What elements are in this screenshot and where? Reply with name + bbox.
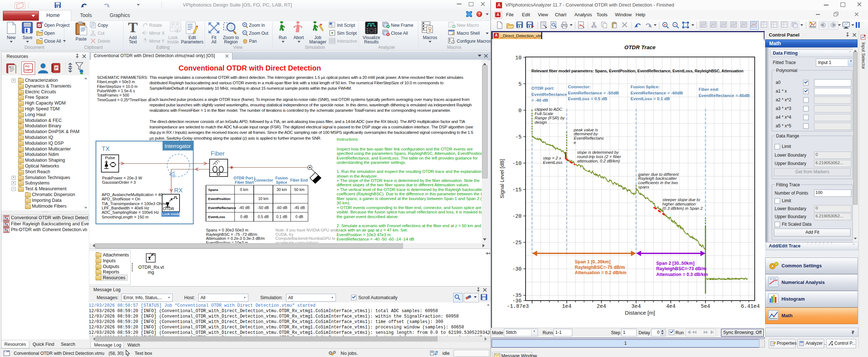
svg-text:EvenReflectance = -50dB: EvenReflectance = -50dB <box>568 90 619 95</box>
svg-text:Range (FSR) by: Range (FSR) by <box>535 116 565 120</box>
svg-text:P: P <box>38 24 41 27</box>
svg-text:-40 dB: -40 dB <box>239 205 250 210</box>
svg-text:GaussianOrder = 3: GaussianOrder = 3 <box>102 180 136 184</box>
svg-text:Span 2 [30..50km]: Span 2 [30..50km] <box>656 261 695 266</box>
svg-text:-36: -36 <box>512 298 522 304</box>
svg-text:step = 2 x: step = 2 x <box>543 156 561 160</box>
svg-text:-50 dB: -50 dB <box>258 205 269 210</box>
svg-text:PC: PC <box>29 68 33 72</box>
svg-text:0.5 dB: 0.5 dB <box>258 214 269 219</box>
svg-text:0 km: 0 km <box>240 187 248 192</box>
svg-text:RayleighBSC = -75 -73 dB/m: RayleighBSC = -75 -73 dB/m <box>206 232 257 237</box>
svg-text:accelerate computations.: accelerate computations. <box>275 241 320 243</box>
svg-text:Pulse: Pulse <box>105 156 115 160</box>
svg-text:EventReflectanc: EventReflectanc <box>574 136 604 140</box>
svg-text:design: design <box>535 120 547 124</box>
svg-text:steeper slope due to: steeper slope due to <box>662 197 700 202</box>
svg-text:slope is determined by: slope is determined by <box>577 150 619 154</box>
svg-text:gainer due to different: gainer due to different <box>638 172 679 177</box>
svg-text:+: + <box>244 23 245 26</box>
svg-text:Fusion Splice:: Fusion Splice: <box>631 84 660 89</box>
svg-text:OTDR Port /: OTDR Port / <box>233 176 255 180</box>
svg-text:Spans: Spans <box>208 188 218 192</box>
svg-text:CUDA, try: CUDA, try <box>275 232 294 237</box>
svg-text:Fiber Start: Fiber Start <box>235 180 254 184</box>
svg-text:EventLoss: EventLoss <box>543 160 562 165</box>
svg-text:ComputeBackend=NumbaGPU to: ComputeBackend=NumbaGPU to <box>275 236 335 241</box>
svg-text:spans: spans <box>638 185 649 189</box>
svg-text:0 dB: 0 dB <box>295 214 303 219</box>
svg-text:6.41e4: 6.41e4 <box>741 303 760 309</box>
svg-text:clipped to ADC: clipped to ADC <box>535 107 562 111</box>
svg-text:TIA_Transimpedance = 100e3 Ohm: TIA_Transimpedance = 100e3 Ohms <box>102 201 167 206</box>
svg-text:−: − <box>244 31 245 34</box>
svg-text:RayleighBSC=-75 dB/m: RayleighBSC=-75 dB/m <box>575 265 625 270</box>
svg-text:10 km: 10 km <box>258 196 269 201</box>
svg-text:Interrogator: Interrogator <box>165 143 191 149</box>
svg-text:0 dB: 0 dB <box>240 214 248 219</box>
svg-text:5: 5 <box>518 81 522 87</box>
svg-text:5e4: 5e4 <box>701 303 710 309</box>
svg-text:-35: -35 <box>512 293 522 298</box>
svg-text:round-trip loss (2 × fiber: round-trip loss (2 × fiber <box>577 154 621 159</box>
svg-text:ADC_SamplingRate = 100e6 Hz: ADC_SamplingRate = 100e6 Hz <box>102 210 159 214</box>
svg-text:(0.3 dB/km) in Span 2: (0.3 dB/km) in Span 2 <box>662 206 703 211</box>
svg-text:EventPosition: EventPosition <box>208 197 231 201</box>
svg-text:30 km: 30 km <box>277 187 287 192</box>
svg-text:2e4: 2e4 <box>597 303 606 309</box>
svg-text:EventReflectance: EventReflectance <box>208 206 236 210</box>
svg-text:Full-Scale: Full-Scale <box>535 111 553 116</box>
svg-text:EventLoss = 0.5 dB: EventLoss = 0.5 dB <box>568 96 607 101</box>
svg-text:4e4: 4e4 <box>666 303 675 309</box>
svg-text:Attenuation = 0.2 dB/km: Attenuation = 0.2 dB/km <box>575 270 627 275</box>
svg-text:Signal Level [dB]: Signal Level [dB] <box>499 159 505 199</box>
svg-text:Fiber end:: Fiber end: <box>699 87 719 92</box>
svg-text:OTDR: OTDR <box>163 207 174 211</box>
svg-text:3e4: 3e4 <box>631 303 641 309</box>
svg-text:TX: TX <box>102 145 110 152</box>
svg-text:Distance [m]: Distance [m] <box>625 310 655 316</box>
svg-text:-45 dB: -45 dB <box>294 205 305 210</box>
svg-text:Look inside: Look inside <box>162 212 180 216</box>
svg-text:0: 0 <box>518 108 522 114</box>
svg-text:EventLoss: EventLoss <box>208 215 225 219</box>
svg-text:FO: FO <box>25 65 29 68</box>
svg-text:OTDR port:: OTDR port: <box>531 86 555 91</box>
svg-text:dtermined by: dtermined by <box>574 132 598 136</box>
svg-text:EventLoss = 0.1 dB: EventLoss = 0.1 dB <box>631 96 670 101</box>
svg-text:Splice: Splice <box>276 180 287 184</box>
svg-text:OTDR Trace: OTDR Trace <box>624 44 656 50</box>
svg-text:Relevant fiber model parameter: Relevant fiber model parameters: Spans, … <box>531 69 743 73</box>
svg-text:APD_AvalancheMultiplication =: APD_AvalancheMultiplication = 40 <box>102 192 163 197</box>
svg-text:10: 10 <box>515 55 522 61</box>
svg-text:Spans = 0 30e3 50e3 m: Spans = 0 30e3 50e3 m <box>206 228 248 232</box>
svg-text:-15: -15 <box>512 187 522 193</box>
svg-text:attenuation, 0.2 dB/km): attenuation, 0.2 dB/km) <box>577 159 620 163</box>
svg-text:+: + <box>664 23 666 27</box>
svg-text:-1.87e3: -1.87e3 <box>507 303 529 309</box>
svg-text:LPF_Bandwidth = 40e6 Hz: LPF_Bandwidth = 40e6 Hz <box>102 206 149 210</box>
svg-text:Attenuation = 0.3 dB/km: Attenuation = 0.3 dB/km <box>656 272 708 277</box>
svg-text:50 km: 50 km <box>294 187 305 192</box>
svg-text:Rayleigh backscatter: Rayleigh backscatter <box>638 176 677 180</box>
svg-text:Note: if you have NVIDIA GPU a: Note: if you have NVIDIA GPU and <box>275 228 337 232</box>
svg-text:-60 dB: -60 dB <box>276 205 287 210</box>
svg-text:EventReflectance = -60dB: EventReflectance = -60dB <box>631 90 683 95</box>
svg-text:APD_ShotNoise = On: APD_ShotNoise = On <box>102 197 140 201</box>
svg-text:EventPosition = 10e3 m: EventPosition = 10e3 m <box>206 241 248 243</box>
svg-text:RayleighBSC=-73 dB/m: RayleighBSC=-73 dB/m <box>656 266 707 271</box>
svg-text:-25: -25 <box>512 240 522 246</box>
svg-text:Fusion: Fusion <box>275 176 288 180</box>
svg-text:= -40 dB: = -40 dB <box>531 98 548 103</box>
svg-text:−: − <box>674 23 676 27</box>
svg-text:PeakPower = 20e-3 W: PeakPower = 20e-3 W <box>102 176 142 180</box>
svg-text:-20: -20 <box>512 213 522 219</box>
svg-text:Fiber: Fiber <box>211 150 225 157</box>
svg-text:higher attenuation: higher attenuation <box>662 202 696 206</box>
svg-text:EventReflectance =-45dB: EventReflectance =-45dB <box>699 93 750 98</box>
svg-text:1e4: 1e4 <box>562 303 572 309</box>
svg-text:Span 1 [0..30km]: Span 1 [0..30km] <box>575 259 611 264</box>
svg-text:-30: -30 <box>512 266 522 272</box>
svg-text:Connector:: Connector: <box>568 84 591 89</box>
svg-text:peak value is: peak value is <box>573 128 598 132</box>
